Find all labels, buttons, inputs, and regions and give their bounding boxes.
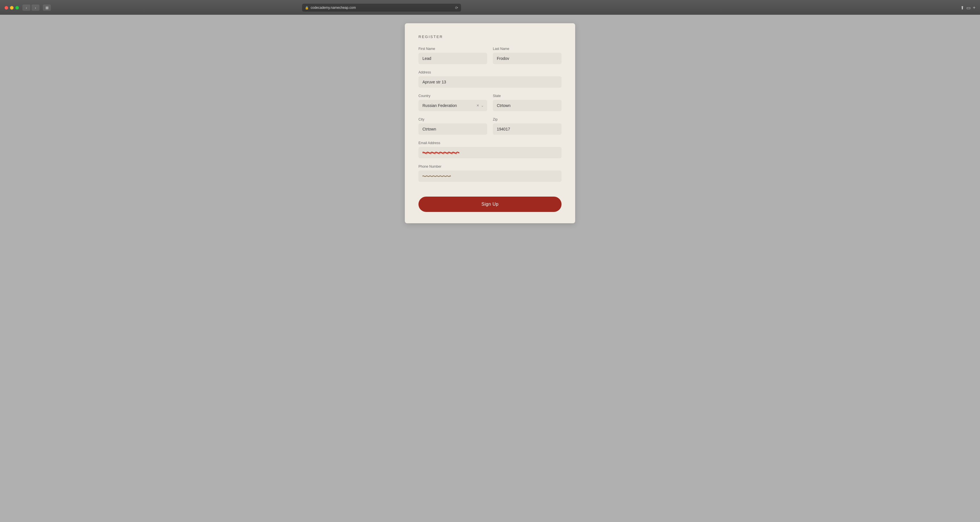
traffic-lights [5,6,19,10]
email-field-wrapper [418,147,562,158]
zip-input[interactable] [493,124,562,135]
state-label: State [493,94,562,98]
name-row: First Name Last Name [418,47,562,64]
zip-group: Zip [493,117,562,135]
sidebar-toggle-button[interactable]: ▦ [43,5,51,11]
minimize-button[interactable] [10,6,14,10]
back-button[interactable]: ‹ [22,5,30,11]
register-card: REGISTER First Name Last Name Address Co… [405,23,575,223]
first-name-group: First Name [418,47,487,64]
phone-input[interactable] [418,170,562,182]
address-label: Address [418,70,562,75]
phone-label: Phone Number [418,165,562,168]
register-title: REGISTER [418,35,562,39]
phone-field-wrapper [418,170,562,182]
maximize-button[interactable] [15,6,19,10]
nav-buttons: ‹ › [22,5,40,11]
country-select-wrapper: ✕ ⌄ [418,100,487,111]
lock-icon: 🔒 [305,6,309,10]
browser-actions: ⬆ ▭ + [961,5,975,11]
address-bar[interactable]: 🔒 codecademy.namecheap.com ⟳ [302,4,461,12]
phone-row: Phone Number [418,165,562,182]
first-name-label: First Name [418,47,487,51]
address-input[interactable] [418,76,562,88]
city-group: City [418,117,487,135]
share-button[interactable]: ⬆ [961,5,964,11]
last-name-input[interactable] [493,53,562,64]
email-row: Email Address [418,141,562,158]
url-text: codecademy.namecheap.com [310,6,356,10]
browser-content: REGISTER First Name Last Name Address Co… [0,15,980,522]
zip-label: Zip [493,117,562,121]
email-group: Email Address [418,141,562,158]
country-state-row: Country ✕ ⌄ State [418,94,562,111]
country-group: Country ✕ ⌄ [418,94,487,111]
city-input[interactable] [418,124,487,135]
signup-button[interactable]: Sign Up [418,197,562,212]
last-name-label: Last Name [493,47,562,51]
close-button[interactable] [5,6,8,10]
country-input[interactable] [418,100,487,111]
browser-chrome: ‹ › ▦ 🔒 codecademy.namecheap.com ⟳ ⬆ ▭ + [0,0,980,15]
city-label: City [418,117,487,121]
state-input[interactable] [493,100,562,111]
add-button[interactable]: + [973,5,975,11]
refresh-button[interactable]: ⟳ [455,6,458,10]
last-name-group: Last Name [493,47,562,64]
state-group: State [493,94,562,111]
country-label: Country [418,94,487,98]
city-zip-row: City Zip [418,117,562,135]
email-label: Email Address [418,141,562,145]
first-name-input[interactable] [418,53,487,64]
forward-button[interactable]: › [32,5,40,11]
address-row: Address [418,70,562,88]
phone-group: Phone Number [418,165,562,182]
email-input[interactable] [418,147,562,158]
new-tab-button[interactable]: ▭ [966,5,970,11]
address-group: Address [418,70,562,88]
